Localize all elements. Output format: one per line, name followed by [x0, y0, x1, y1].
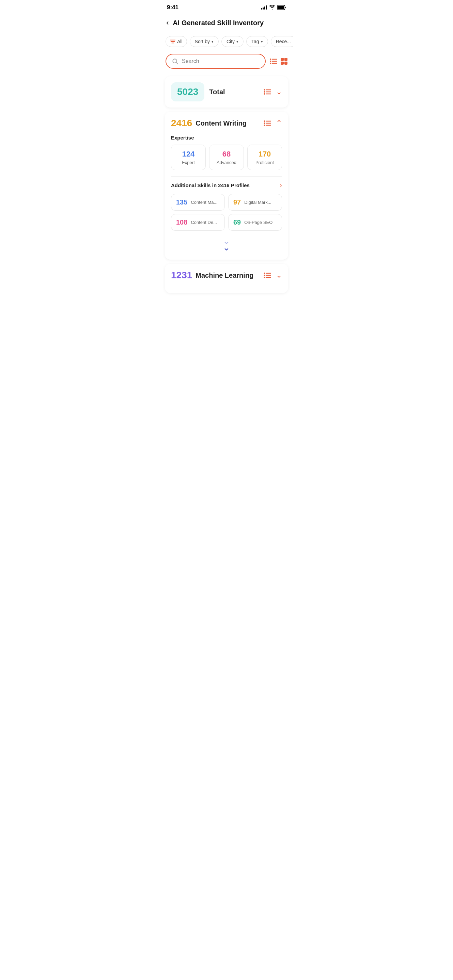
proficient-type: Proficient [250, 160, 279, 165]
skill-item-name-3: On-Page SEO [244, 220, 273, 225]
svg-rect-1 [278, 6, 284, 9]
total-list-icon[interactable] [264, 89, 271, 95]
svg-point-12 [270, 63, 271, 64]
total-right: ⌄ [264, 88, 282, 96]
ml-list-icon[interactable] [264, 272, 271, 278]
skill-number: 2416 [171, 118, 192, 129]
skill-card-header: 2416 Content Writing ⌃ [171, 118, 282, 129]
svg-point-18 [264, 93, 265, 95]
filter-recent-label: Rece... [276, 39, 291, 44]
svg-point-11 [270, 60, 271, 62]
expertise-section: Expertise 124 Expert 68 Advanced 170 Pro… [171, 135, 282, 170]
search-container [160, 51, 293, 73]
search-input[interactable] [182, 58, 260, 64]
battery-icon [277, 5, 286, 10]
total-card: 5023 Total ⌄ [165, 76, 288, 108]
svg-point-17 [264, 91, 265, 92]
additional-skills-title: Additional Skills in 2416 Profiles [171, 182, 250, 188]
total-number-bg: 5023 [171, 82, 204, 102]
view-toggle [270, 58, 288, 65]
main-content: 5023 Total ⌄ 2416 Content Writing [160, 73, 293, 303]
double-chevron-icon[interactable]: ⌄ ⌄ [223, 236, 230, 252]
grid-view-icon[interactable] [281, 58, 288, 65]
total-label: Total [209, 88, 225, 96]
status-bar: 9:41 [160, 0, 293, 14]
skill-name: Content Writing [196, 119, 247, 127]
skill-item-count-1: 97 [233, 198, 241, 206]
ml-header-right: ⌄ [264, 271, 282, 280]
ml-title-group: 1231 Machine Learning [171, 270, 254, 281]
svg-point-23 [264, 123, 265, 124]
total-chevron-icon[interactable]: ⌄ [276, 88, 282, 96]
advanced-type: Advanced [212, 160, 241, 165]
total-left: 5023 Total [171, 82, 225, 102]
list-view-icon[interactable] [270, 58, 277, 64]
back-button[interactable]: ‹ [166, 18, 169, 27]
wifi-icon [269, 5, 275, 10]
ml-name: Machine Learning [196, 272, 254, 279]
filter-icon [170, 39, 175, 44]
skill-item-name-2: Content De... [191, 220, 217, 225]
filter-city[interactable]: City ▾ [222, 36, 244, 47]
filter-tag[interactable]: Tag ▾ [246, 36, 268, 47]
svg-point-24 [264, 124, 265, 126]
filter-all-label: All [177, 39, 183, 44]
content-writing-card: 2416 Content Writing ⌃ Expertise [165, 111, 288, 259]
skills-grid: 135 Content Ma... 97 Digital Mark... 108… [171, 194, 282, 231]
skill-item-content-ma[interactable]: 135 Content Ma... [171, 194, 225, 211]
expertise-advanced: 68 Advanced [209, 145, 244, 170]
signal-icon [261, 5, 267, 10]
ml-number: 1231 [171, 270, 192, 281]
skill-list-icon[interactable] [264, 120, 271, 126]
filter-bar: All Sort by ▾ City ▾ Tag ▾ Rece... [160, 32, 293, 51]
skill-item-name-1: Digital Mark... [244, 200, 271, 205]
machine-learning-card: 1231 Machine Learning ⌄ [165, 264, 288, 293]
tag-chevron-icon: ▾ [261, 40, 263, 44]
skill-title-group: 2416 Content Writing [171, 118, 247, 129]
expert-count: 124 [174, 150, 203, 159]
search-input-wrap[interactable] [166, 54, 266, 69]
additional-skills-chevron-icon[interactable]: › [280, 181, 282, 189]
svg-point-22 [264, 121, 265, 122]
ml-card-header: 1231 Machine Learning ⌄ [171, 270, 282, 281]
expert-type: Expert [174, 160, 203, 165]
expertise-expert: 124 Expert [171, 145, 206, 170]
svg-point-16 [264, 89, 265, 91]
sortby-chevron-icon: ▾ [212, 40, 214, 44]
additional-skills-header: Additional Skills in 2416 Profiles › [171, 181, 282, 189]
filter-sortby[interactable]: Sort by ▾ [190, 36, 219, 47]
filter-city-label: City [226, 39, 234, 44]
skill-item-digital-mark[interactable]: 97 Digital Mark... [228, 194, 282, 211]
expertise-label: Expertise [171, 135, 282, 140]
skill-item-onpage-seo[interactable]: 69 On-Page SEO [228, 214, 282, 231]
advanced-count: 68 [212, 150, 241, 159]
filter-sortby-label: Sort by [195, 39, 210, 44]
proficient-count: 170 [250, 150, 279, 159]
search-icon [172, 58, 179, 65]
filter-recent[interactable]: Rece... [271, 36, 293, 47]
expertise-proficient: 170 Proficient [247, 145, 282, 170]
expertise-grid: 124 Expert 68 Advanced 170 Proficient [171, 145, 282, 170]
card-divider [171, 176, 282, 177]
svg-line-6 [176, 63, 178, 64]
skill-item-count-3: 69 [233, 218, 241, 226]
svg-point-28 [264, 272, 265, 274]
ml-chevron-icon[interactable]: ⌄ [276, 271, 282, 280]
total-number: 5023 [177, 86, 198, 97]
svg-point-10 [270, 59, 271, 60]
city-chevron-icon: ▾ [236, 40, 238, 44]
svg-point-30 [264, 277, 265, 278]
skill-header-right: ⌃ [264, 119, 282, 127]
skill-item-count-2: 108 [176, 218, 187, 226]
filter-tag-label: Tag [251, 39, 259, 44]
skill-item-count-0: 135 [176, 198, 187, 206]
svg-point-29 [264, 275, 265, 276]
additional-skills-section: Additional Skills in 2416 Profiles › 135… [171, 181, 282, 253]
skill-item-content-de[interactable]: 108 Content De... [171, 214, 225, 231]
status-time: 9:41 [167, 4, 179, 11]
skill-chevron-icon[interactable]: ⌃ [276, 119, 282, 127]
filter-all[interactable]: All [166, 36, 187, 47]
skill-item-name-0: Content Ma... [191, 200, 217, 205]
status-icons [261, 5, 286, 10]
load-more[interactable]: ⌄ ⌄ [171, 231, 282, 253]
